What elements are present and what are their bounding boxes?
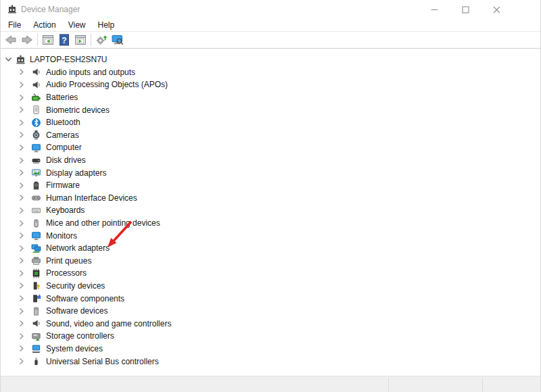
- tree-item-processors[interactable]: Processors: [1, 267, 540, 280]
- toolbar-back-button[interactable]: [3, 32, 19, 47]
- device-manager-window: Device Manager File Action View Help ? L…: [0, 0, 541, 392]
- tree-item-cameras[interactable]: Cameras: [1, 129, 540, 142]
- toolbar-show-console-tree-button[interactable]: [40, 32, 56, 47]
- computer-root-icon: [16, 55, 26, 65]
- network-icon: [31, 243, 41, 253]
- chevron-right-icon[interactable]: [19, 157, 27, 164]
- chevron-right-icon[interactable]: [19, 81, 27, 89]
- chevron-right-icon[interactable]: [19, 169, 27, 176]
- device-manager-app-icon: [7, 5, 17, 14]
- gear-update-icon: [95, 33, 108, 47]
- chevron-right-icon[interactable]: [19, 245, 27, 252]
- tree-item-biometric-devices[interactable]: Biometric devices: [1, 103, 540, 116]
- chevron-right-icon[interactable]: [19, 220, 27, 227]
- keyboard-icon: [31, 205, 41, 216]
- tree-item-display-adapters[interactable]: Display adapters: [1, 166, 540, 179]
- tree-item-firmware[interactable]: Firmware: [1, 179, 540, 192]
- tree-item-label: Storage controllers: [46, 331, 114, 341]
- monitor-icon: [31, 143, 41, 153]
- processor-icon: [31, 268, 41, 278]
- close-button[interactable]: [486, 0, 507, 19]
- chevron-right-icon[interactable]: [19, 232, 27, 239]
- chevron-right-icon[interactable]: [19, 295, 27, 302]
- toolbar-separator: [91, 34, 91, 46]
- chevron-right-icon[interactable]: [19, 308, 27, 315]
- menu-view[interactable]: View: [62, 19, 92, 31]
- tree-item-label: LAPTOP-ESH2SN7U: [30, 55, 108, 64]
- chevron-right-icon[interactable]: [19, 182, 27, 189]
- chevron-right-icon[interactable]: [19, 106, 27, 114]
- firmware-icon: [31, 180, 41, 191]
- tree-item-human-interface-devices[interactable]: Human Interface Devices: [1, 192, 540, 205]
- bluetooth-icon: [31, 118, 41, 128]
- tree-item-audio-processing-objects[interactable]: Audio Processing Objects (APOs): [1, 78, 540, 91]
- tree-item-system-devices[interactable]: System devices: [1, 343, 540, 356]
- software-component-icon: [31, 293, 41, 303]
- tree-item-laptop-esh2sn7u[interactable]: LAPTOP-ESH2SN7U: [1, 53, 540, 66]
- hid-icon: [31, 193, 41, 203]
- tree-item-batteries[interactable]: Batteries: [1, 91, 540, 104]
- fingerprint-icon: [31, 105, 41, 115]
- tree-item-security-devices[interactable]: Security devices: [1, 280, 540, 293]
- chevron-right-icon[interactable]: [19, 68, 27, 76]
- security-key-icon: [31, 280, 41, 291]
- tree-item-software-devices[interactable]: Software devices: [1, 305, 540, 318]
- maximize-button[interactable]: [455, 0, 475, 19]
- storage-icon: [31, 331, 41, 341]
- tree-item-label: Bluetooth: [46, 118, 80, 127]
- minimize-button[interactable]: [424, 0, 444, 19]
- chevron-right-icon[interactable]: [19, 94, 27, 101]
- taskbar-divider: [388, 378, 389, 392]
- tree-item-label: Keyboards: [46, 205, 85, 215]
- chevron-right-icon[interactable]: [19, 358, 27, 365]
- battery-icon: [31, 93, 41, 103]
- chevron-down-icon[interactable]: [5, 56, 13, 64]
- chevron-right-icon[interactable]: [19, 207, 27, 214]
- device-tree: LAPTOP-ESH2SN7UAudio inputs and outputsA…: [1, 53, 540, 368]
- menu-help[interactable]: Help: [92, 19, 121, 31]
- speaker-icon: [31, 67, 41, 77]
- printer-icon: [31, 255, 41, 266]
- tree-item-label: Mice and other pointing devices: [46, 218, 160, 228]
- menu-file[interactable]: File: [2, 19, 27, 31]
- tree-item-print-queues[interactable]: Print queues: [1, 255, 540, 268]
- chevron-right-icon[interactable]: [19, 257, 27, 264]
- taskbar-divider: [482, 378, 483, 392]
- chevron-right-icon[interactable]: [19, 333, 27, 340]
- tree-item-disk-drives[interactable]: Disk drives: [1, 154, 540, 167]
- tree-item-mice-and-other-pointing-devices[interactable]: Mice and other pointing devices: [1, 217, 540, 230]
- tree-item-software-components[interactable]: Software components: [1, 292, 540, 305]
- toolbar-properties-button[interactable]: [72, 32, 89, 47]
- chevron-right-icon[interactable]: [19, 131, 27, 139]
- tree-item-label: Batteries: [46, 93, 78, 102]
- tree-item-label: Biometric devices: [46, 105, 110, 115]
- taskbar-strip: [1, 376, 540, 392]
- toolbar-update-driver-button[interactable]: [93, 32, 110, 47]
- tree-item-universal-serial-bus-controllers[interactable]: Universal Serial Bus controllers: [1, 355, 540, 368]
- tree-item-sound-video-and-game-controllers[interactable]: Sound, video and game controllers: [1, 317, 540, 330]
- camera-icon: [31, 130, 41, 140]
- title-bar: Device Manager: [1, 0, 540, 19]
- tree-item-monitors[interactable]: Monitors: [1, 229, 540, 242]
- toolbar-scan-hardware-changes-button[interactable]: [110, 32, 126, 47]
- tree-item-storage-controllers[interactable]: Storage controllers: [1, 330, 540, 343]
- chevron-right-icon[interactable]: [19, 194, 27, 201]
- tree-item-label: Processors: [46, 268, 87, 278]
- tree-item-network-adapters[interactable]: Network adapters: [1, 242, 540, 255]
- toolbar-forward-button[interactable]: [19, 32, 35, 47]
- tree-item-audio-inputs-and-outputs[interactable]: Audio inputs and outputs: [1, 66, 540, 79]
- toolbar-separator: [37, 34, 38, 46]
- tree-item-keyboards[interactable]: Keyboards: [1, 204, 540, 217]
- chevron-right-icon[interactable]: [19, 119, 27, 126]
- chevron-right-icon[interactable]: [19, 345, 27, 352]
- chevron-right-icon[interactable]: [19, 270, 27, 277]
- speaker-icon: [31, 318, 41, 328]
- tree-item-label: Human Interface Devices: [46, 193, 137, 203]
- chevron-right-icon[interactable]: [19, 282, 27, 289]
- menu-action[interactable]: Action: [27, 19, 62, 31]
- toolbar-help-button[interactable]: ?: [56, 32, 72, 47]
- tree-item-bluetooth[interactable]: Bluetooth: [1, 116, 540, 129]
- tree-item-computer[interactable]: Computer: [1, 141, 540, 154]
- chevron-right-icon[interactable]: [19, 320, 27, 327]
- chevron-right-icon[interactable]: [19, 144, 27, 151]
